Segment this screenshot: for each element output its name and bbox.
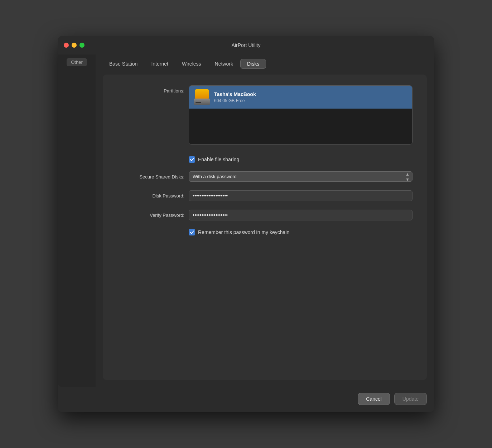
minimize-button[interactable] xyxy=(72,43,77,48)
bottom-bar: Cancel Update xyxy=(58,387,434,412)
checkmark-icon-2 xyxy=(190,230,194,234)
disk-base xyxy=(194,99,210,105)
sidebar: Other xyxy=(58,54,96,387)
partition-item[interactable]: Tasha's MacBook 604.05 GB Free xyxy=(189,86,412,109)
cancel-button[interactable]: Cancel xyxy=(358,393,390,405)
enable-file-sharing-label: Enable file sharing xyxy=(198,157,239,162)
title-bar: AirPort Utility xyxy=(58,36,434,54)
remember-password-label: Remember this password in my keychain xyxy=(198,229,289,235)
partitions-control: Tasha's MacBook 604.05 GB Free xyxy=(189,85,413,145)
partitions-row: Partitions: xyxy=(117,85,413,145)
partitions-list[interactable]: Tasha's MacBook 604.05 GB Free xyxy=(189,85,413,145)
secure-shared-disks-row: Secure Shared Disks: With a disk passwor… xyxy=(117,171,413,182)
partition-name: Tasha's MacBook xyxy=(214,91,256,97)
verify-password-label: Verify Password: xyxy=(117,210,189,218)
disk-password-row: Disk Password: xyxy=(117,190,413,201)
enable-file-sharing-checkbox-wrapper[interactable]: Enable file sharing xyxy=(189,156,239,163)
disk-icon xyxy=(194,89,210,105)
disk-password-control xyxy=(189,190,413,201)
remember-password-row: Remember this password in my keychain xyxy=(117,229,413,235)
window-body: Other Base Station Internet Wireless Net… xyxy=(58,54,434,387)
tabs-bar: Base Station Internet Wireless Network D… xyxy=(103,54,427,75)
sidebar-item-other[interactable]: Other xyxy=(67,58,87,66)
secure-shared-disks-label: Secure Shared Disks: xyxy=(117,171,189,180)
partition-info: Tasha's MacBook 604.05 GB Free xyxy=(214,91,256,103)
verify-password-control xyxy=(189,210,413,220)
enable-file-sharing-row: Enable file sharing xyxy=(117,156,413,163)
partitions-label: Partitions: xyxy=(117,85,189,94)
disk-password-label: Disk Password: xyxy=(117,190,189,199)
update-button[interactable]: Update xyxy=(394,393,427,405)
tab-disks[interactable]: Disks xyxy=(240,59,266,69)
main-content: Base Station Internet Wireless Network D… xyxy=(96,54,434,387)
partition-list-empty-area xyxy=(189,109,412,144)
disk-password-input[interactable] xyxy=(189,190,413,201)
traffic-lights xyxy=(64,43,85,48)
tab-network[interactable]: Network xyxy=(208,59,240,68)
secure-shared-disks-control: With a disk password With device passwor… xyxy=(189,171,413,182)
checkmark-icon xyxy=(190,157,194,162)
close-button[interactable] xyxy=(64,43,69,48)
window-title: AirPort Utility xyxy=(232,42,261,48)
disk-body xyxy=(195,89,209,99)
partition-size: 604.05 GB Free xyxy=(214,98,256,103)
tab-wireless[interactable]: Wireless xyxy=(175,59,208,68)
content-panel: Partitions: xyxy=(103,75,427,380)
airport-utility-window: AirPort Utility Other Base Station Inter… xyxy=(58,36,434,412)
enable-file-sharing-checkbox[interactable] xyxy=(189,156,195,163)
secure-shared-disks-select[interactable]: With a disk password With device passwor… xyxy=(189,171,413,182)
tab-internet[interactable]: Internet xyxy=(145,59,174,68)
tab-base-station[interactable]: Base Station xyxy=(103,59,144,68)
maximize-button[interactable] xyxy=(79,43,85,48)
remember-password-checkbox-wrapper[interactable]: Remember this password in my keychain xyxy=(189,229,289,235)
secure-shared-disks-select-wrapper: With a disk password With device passwor… xyxy=(189,171,413,182)
disk-base-slot xyxy=(196,102,201,103)
remember-password-checkbox[interactable] xyxy=(189,229,195,235)
verify-password-row: Verify Password: xyxy=(117,210,413,220)
verify-password-input[interactable] xyxy=(189,210,413,220)
